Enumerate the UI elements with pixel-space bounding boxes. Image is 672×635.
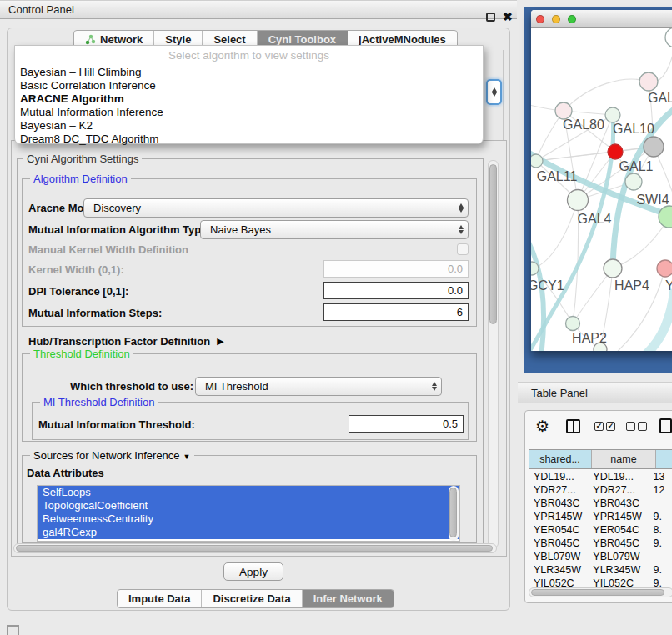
algorithm-dropdown-hint: Select algorithm to view settings — [15, 46, 483, 66]
dpi-tolerance-input[interactable]: 0.0 — [323, 282, 469, 299]
aracne-mode-select[interactable]: Discovery — [83, 198, 469, 218]
network-node[interactable] — [555, 102, 572, 119]
network-node[interactable] — [625, 173, 642, 190]
node-label: GAL80 — [563, 118, 604, 132]
inference-algorithm-spinner[interactable] — [486, 79, 502, 105]
sources-group-title[interactable]: Sources for Network Inference▼ — [30, 449, 194, 462]
attribute-item[interactable]: TopologicalCoefficient — [38, 499, 459, 512]
table-hscrollbar[interactable] — [529, 588, 672, 598]
settings-gear-icon[interactable]: ⚙ — [535, 417, 549, 436]
zoom-window-icon[interactable] — [568, 15, 576, 23]
table-row[interactable]: YDL19...YDL19...13 — [529, 470, 672, 483]
mi-threshold-input[interactable]: 0.5 — [349, 415, 464, 432]
node-label: GAL11 — [537, 169, 578, 183]
network-node[interactable] — [657, 260, 672, 277]
select-columns-icon-2[interactable]: ✓ — [606, 422, 615, 431]
table-panel-title: Table Panel — [531, 387, 588, 399]
network-view-window[interactable]: GALGAL80GAL10GAL1GAL11SWI4GAL4GCY1HAP4YH… — [531, 10, 672, 351]
attribute-item[interactable]: gal4RGexp — [38, 526, 459, 539]
dpi-tolerance-label: DPI Tolerance [0,1]: — [28, 285, 128, 298]
algorithm-option[interactable]: Dream8 DC_TDC Algorithm — [15, 132, 483, 146]
settings-hscrollbar[interactable] — [13, 543, 497, 553]
algorithm-option[interactable]: Basic Correlation Inference — [15, 79, 483, 92]
mi-steps-label: Mutual Information Steps: — [28, 307, 162, 319]
algorithm-option[interactable]: Bayesian – Hill Climbing — [15, 66, 483, 79]
network-node[interactable] — [566, 317, 580, 331]
network-icon — [85, 34, 96, 45]
select-columns-icon[interactable]: ✓ — [594, 422, 604, 431]
node-label: SWI4 — [636, 192, 669, 207]
network-node[interactable] — [665, 28, 672, 48]
node-label: GAL — [648, 91, 672, 105]
table-row[interactable]: YBR043CYBR043C — [529, 497, 672, 510]
control-panel-titlebar: Control Panel ✖ — [0, 0, 517, 19]
algorithm-option[interactable]: Mutual Information Inference — [15, 106, 483, 119]
algorithm-option[interactable]: Bayesian – K2 — [15, 119, 483, 132]
data-attributes-label: Data Attributes — [27, 467, 104, 479]
network-node[interactable] — [568, 190, 589, 211]
mi-type-value: Naive Bayes — [210, 223, 271, 236]
expand-right-icon: ▶ — [217, 336, 223, 347]
network-node[interactable] — [644, 137, 664, 157]
which-threshold-select[interactable]: MI Threshold — [195, 377, 442, 396]
attribute-item[interactable]: SelfLoops — [38, 486, 459, 499]
network-canvas[interactable]: GALGAL80GAL10GAL1GAL11SWI4GAL4GCY1HAP4YH… — [531, 28, 672, 351]
table-row[interactable]: YDR27...YDR27...12 — [529, 483, 672, 497]
cyni-settings-group-title: Cyni Algorithm Settings — [23, 152, 142, 165]
tab-infer-network[interactable]: Infer Network — [303, 590, 394, 608]
table-row[interactable]: YBR045CYBR045C9. — [529, 537, 672, 550]
attribute-item[interactable]: BetweennessCentrality — [38, 512, 459, 526]
column-header[interactable]: A — [656, 450, 672, 468]
network-node[interactable] — [608, 144, 623, 159]
algorithm-options: Bayesian – Hill ClimbingBasic Correlatio… — [15, 66, 483, 146]
table-row[interactable]: YBL079WYBL079W — [529, 550, 672, 563]
settings-hscrollbar-thumb[interactable] — [16, 545, 493, 552]
attributes-scrollbar[interactable] — [449, 486, 459, 541]
mi-type-label: Mutual Information Algorithm Type: — [28, 223, 211, 236]
node-label: GAL1 — [619, 159, 654, 173]
table-header: shared...nameA — [529, 449, 672, 469]
manual-kernel-checkbox[interactable] — [457, 243, 469, 255]
mi-algorithm-type-select[interactable]: Naive Bayes — [200, 220, 469, 239]
document-icon[interactable] — [659, 418, 672, 433]
table-hscrollbar-thumb[interactable] — [531, 589, 664, 596]
table-row[interactable]: YPR145WYPR145W9. — [529, 510, 672, 523]
node-label: Y — [665, 278, 672, 292]
control-panel-title: Control Panel — [8, 3, 74, 16]
minimize-window-icon[interactable] — [552, 15, 560, 23]
node-label: HAP2 — [572, 331, 607, 345]
network-node[interactable] — [531, 154, 543, 168]
float-panel-icon[interactable] — [486, 12, 495, 22]
table-row[interactable]: YER054CYER054C8. — [529, 523, 672, 537]
kernel-width-input[interactable]: 0.0 — [323, 260, 469, 278]
data-attributes-list[interactable]: SelfLoopsTopologicalCoefficientBetweenne… — [37, 485, 460, 542]
column-header[interactable]: shared... — [529, 450, 592, 468]
close-window-icon[interactable] — [536, 15, 544, 23]
network-window-titlebar[interactable] — [531, 10, 672, 28]
tab-impute-data[interactable]: Impute Data — [118, 590, 202, 608]
deselect-columns-icon-2[interactable] — [638, 422, 647, 431]
algorithm-definition-title: Algorithm Definition — [30, 172, 131, 185]
network-node[interactable] — [639, 72, 658, 91]
column-header[interactable]: name — [592, 450, 656, 468]
mi-steps-input[interactable]: 6 — [323, 303, 469, 321]
minimized-panel-icon[interactable] — [7, 625, 19, 635]
split-columns-icon[interactable] — [566, 419, 580, 433]
attributes-scrollbar-thumb[interactable] — [449, 488, 457, 538]
panel-edge — [503, 50, 504, 142]
network-node[interactable] — [605, 108, 620, 122]
settings-scrollbar[interactable] — [488, 160, 499, 548]
table-row[interactable]: YLR345WYLR345W9. — [529, 563, 672, 577]
apply-button[interactable]: Apply — [223, 562, 283, 581]
settings-scrollbar-thumb[interactable] — [489, 164, 497, 324]
algorithm-option[interactable]: ARACNE Algorithm — [15, 92, 483, 106]
tab-discretize-data[interactable]: Discretize Data — [202, 590, 302, 608]
network-node[interactable] — [604, 259, 622, 278]
close-panel-icon[interactable]: ✖ — [503, 12, 513, 22]
deselect-columns-icon[interactable] — [626, 422, 635, 431]
table-panel: ⚙ ✓ ✓ shared...nameA YDL19...YDL19...13Y… — [524, 410, 672, 603]
sources-title-text: Sources for Network Inference — [33, 449, 180, 462]
table-panel-titlebar: Table Panel — [518, 382, 672, 403]
network-graph: GALGAL80GAL10GAL1GAL11SWI4GAL4GCY1HAP4YH… — [531, 28, 672, 351]
which-threshold-label: Which threshold to use: — [70, 380, 193, 392]
